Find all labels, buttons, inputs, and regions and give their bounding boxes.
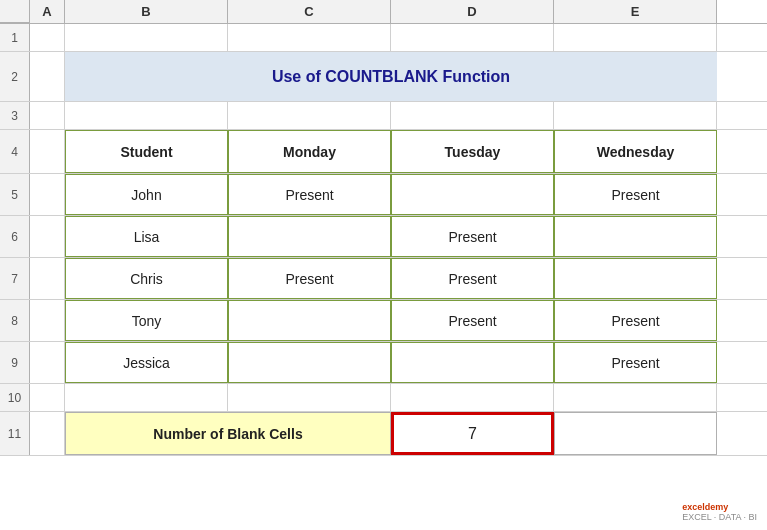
cell-a6 [30,216,65,257]
cell-e9: Present [554,342,717,383]
cell-c9 [228,342,391,383]
row-4-headers: 4 Student Monday Tuesday Wednesday [0,130,767,174]
row-11: 11 Number of Blank Cells 7 [0,412,767,456]
title-cell: Use of COUNTBLANK Function [65,52,717,101]
rownum-9: 9 [0,342,30,383]
cell-e6 [554,216,717,257]
cell-a11 [30,412,65,455]
cell-d10 [391,384,554,411]
cell-a3 [30,102,65,129]
watermark: exceldemyEXCEL · DATA · BI [682,502,757,522]
cell-a9 [30,342,65,383]
cell-b1 [65,24,228,51]
row-5: 5 John Present Present [0,174,767,216]
rownum-1: 1 [0,24,30,51]
col-header-a: A [30,0,65,23]
cell-b3 [65,102,228,129]
cell-d8: Present [391,300,554,341]
cell-c3 [228,102,391,129]
row-8: 8 Tony Present Present [0,300,767,342]
rownum-6: 6 [0,216,30,257]
header-tuesday: Tuesday [391,130,554,173]
cell-a8 [30,300,65,341]
spreadsheet: A B C D E 1 2 Use of COUNTBLANK Function… [0,0,767,530]
rownum-5: 5 [0,174,30,215]
cell-b8: Tony [65,300,228,341]
cell-d7: Present [391,258,554,299]
rownum-11: 11 [0,412,30,455]
row-10: 10 [0,384,767,412]
cell-e10 [554,384,717,411]
cell-b7: Chris [65,258,228,299]
cell-d3 [391,102,554,129]
cell-e3 [554,102,717,129]
cell-d5 [391,174,554,215]
row-3: 3 [0,102,767,130]
result-label: Number of Blank Cells [65,412,391,455]
cell-a7 [30,258,65,299]
cell-a5 [30,174,65,215]
cell-c5: Present [228,174,391,215]
cell-d6: Present [391,216,554,257]
row-2: 2 Use of COUNTBLANK Function [0,52,767,102]
cell-e5: Present [554,174,717,215]
rownum-4: 4 [0,130,30,173]
cell-b10 [65,384,228,411]
cell-a2 [30,52,65,101]
cell-c7: Present [228,258,391,299]
cell-b9: Jessica [65,342,228,383]
cell-a10 [30,384,65,411]
cell-e7 [554,258,717,299]
header-wednesday: Wednesday [554,130,717,173]
cell-d9 [391,342,554,383]
col-header-b: B [65,0,228,23]
rownum-2: 2 [0,52,30,101]
row-9: 9 Jessica Present [0,342,767,384]
row-7: 7 Chris Present Present [0,258,767,300]
result-value: 7 [391,412,554,455]
col-header-c: C [228,0,391,23]
corner-cell [0,0,30,23]
column-headers: A B C D E [0,0,767,24]
col-header-e: E [554,0,717,23]
rownum-7: 7 [0,258,30,299]
cell-c10 [228,384,391,411]
cell-b6: Lisa [65,216,228,257]
cell-e1 [554,24,717,51]
rownum-10: 10 [0,384,30,411]
cell-b5: John [65,174,228,215]
cell-e11 [554,412,717,455]
cell-e8: Present [554,300,717,341]
cell-c6 [228,216,391,257]
col-header-d: D [391,0,554,23]
rownum-3: 3 [0,102,30,129]
header-student: Student [65,130,228,173]
header-monday: Monday [228,130,391,173]
cell-a1 [30,24,65,51]
row-1: 1 [0,24,767,52]
cell-c8 [228,300,391,341]
cell-c1 [228,24,391,51]
cell-a4 [30,130,65,173]
rownum-8: 8 [0,300,30,341]
cell-d1 [391,24,554,51]
row-6: 6 Lisa Present [0,216,767,258]
